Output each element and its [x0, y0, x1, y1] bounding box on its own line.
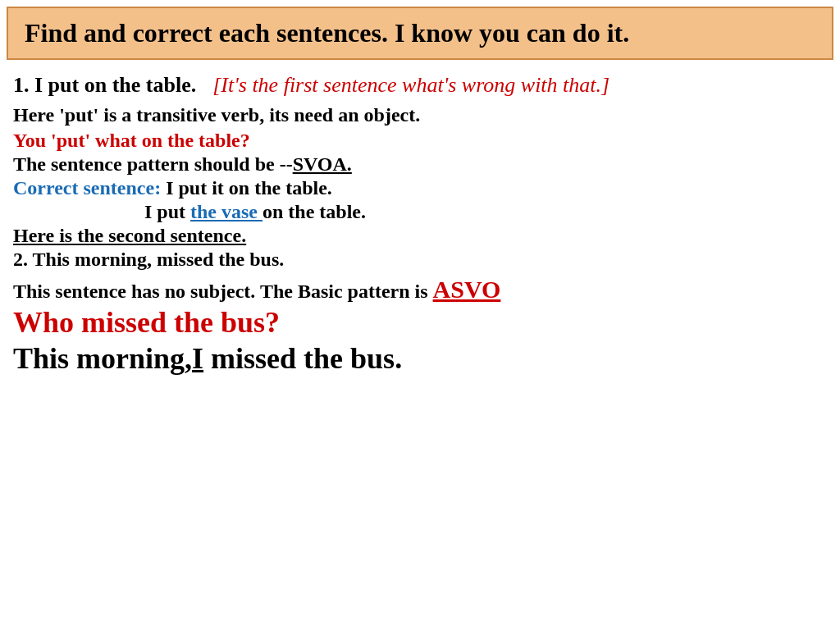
final-sentence: This morning,I missed the bus.	[13, 341, 827, 376]
bracket-open: [	[212, 73, 221, 97]
second-sentence-header: Here is the second sentence.	[13, 225, 827, 247]
question-red: You 'put' what on the table?	[13, 130, 827, 152]
sentence-2-text: 2. This morning, missed the bus.	[13, 249, 827, 271]
correct-2-post: on the table.	[262, 201, 366, 222]
correct-text-1: I put it on the table.	[161, 177, 332, 199]
pattern-line: The sentence pattern should be --SVOA.	[13, 153, 827, 176]
vase-link: the vase	[190, 201, 262, 222]
final-post: missed the bus.	[203, 342, 402, 375]
hint-text: It's the first sentence what's wrong wit…	[221, 73, 601, 97]
header-title: Find and correct each sentences. I know …	[25, 18, 815, 48]
svoa-text: SVOA.	[293, 153, 352, 175]
content-area: 1. I put on the table. [It's the first s…	[0, 66, 840, 630]
final-i: I	[192, 342, 203, 375]
who-missed-question: Who missed the bus?	[13, 305, 827, 340]
correct-line-2: I put the vase on the table.	[13, 201, 827, 223]
sentence-1-text: 1. I put on the table.	[13, 73, 196, 98]
bracket-close: ]	[601, 73, 609, 97]
pattern-label: The sentence pattern should be --	[13, 153, 293, 175]
correct-2-pre: I put	[144, 201, 190, 222]
basic-pattern-line: This sentence has no subject. The Basic …	[13, 276, 827, 304]
correct-label: Correct sentence:	[13, 177, 161, 199]
sentence-1-row: 1. I put on the table. [It's the first s…	[13, 73, 827, 98]
header-banner: Find and correct each sentences. I know …	[7, 7, 833, 60]
asvo-text: ASVO	[433, 276, 501, 303]
explanation-1: Here 'put' is a transitive verb, its nee…	[13, 103, 827, 128]
sentence-1-hint: [It's the first sentence what's wrong wi…	[212, 73, 609, 98]
final-pre: This morning,	[13, 342, 192, 375]
basic-pre: This sentence has no subject. The Basic …	[13, 281, 433, 302]
correct-line-1: Correct sentence: I put it on the table.	[13, 177, 827, 199]
page: Find and correct each sentences. I know …	[0, 0, 840, 630]
